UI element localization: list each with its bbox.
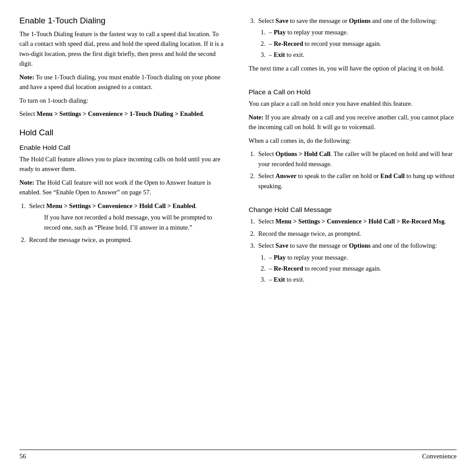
ch-bullet-exit-text: to exit. xyxy=(285,276,305,283)
step1-end: . xyxy=(195,202,197,209)
ch-bullet-rerecord: Re-Record to record your message again. xyxy=(267,264,457,273)
step3-options: Options xyxy=(349,17,371,24)
bullet-rerecord-text: to record your message again. xyxy=(303,40,381,47)
ch-step3-options: Options xyxy=(349,242,371,249)
step3-bullets: Play to replay your message. Re-Record t… xyxy=(267,27,457,60)
ch-step1-bold: Menu > Settings > Convenience > Hold Cal… xyxy=(275,218,444,225)
pc-step2-bold1: Answer xyxy=(275,172,297,179)
ch-bullet-exit: Exit to exit. xyxy=(267,275,457,284)
continued-steps: Select Save to save the message or Optio… xyxy=(257,16,457,60)
step3-select: Select xyxy=(258,17,275,24)
step3-save: Save xyxy=(275,17,288,24)
when-call-label: When a call comes in, do the following: xyxy=(249,136,457,145)
1touch-note-label: Note: xyxy=(19,74,34,81)
pc-step1-select: Select xyxy=(258,150,275,157)
pc-step2-bold2: End Call xyxy=(380,172,405,179)
right-column: Select Save to save the message or Optio… xyxy=(245,16,457,445)
section-title-change-hold: Change Hold Call Message xyxy=(249,206,457,214)
step1-select: Select xyxy=(29,202,46,209)
followup-text: The next time a call comes in, you will … xyxy=(249,63,457,73)
step1-indent: If you have not recorded a hold message,… xyxy=(44,212,227,232)
ch-step3-after: and one of the following: xyxy=(371,242,437,249)
left-column: Enable 1-Touch Dialing The 1-Touch Diali… xyxy=(19,16,231,445)
step1-indent-text: If you have not recorded a hold message,… xyxy=(44,212,227,232)
pc-step2-select: Select xyxy=(258,172,275,179)
1touch-menu-end: . xyxy=(203,110,205,117)
holdcall-step1: Select Menu > Settings > Convenience > H… xyxy=(27,201,227,232)
1touch-menu-instruction: Select Menu > Settings > Convenience > 1… xyxy=(19,109,227,119)
place-call-step1: Select Options > Hold Call. The caller w… xyxy=(257,149,457,169)
section-title-holdcall: Hold Call xyxy=(19,128,227,138)
ch-step3-save: Save xyxy=(275,242,288,249)
section-title-place-call: Place a Call on Hold xyxy=(249,88,457,96)
1touch-turnon-label: To turn on 1-touch dialing: xyxy=(19,96,227,105)
holdcall-step2: Record the message twice, as prompted. xyxy=(27,235,227,245)
1touch-note: Note: To use 1-Touch dialing, you must e… xyxy=(19,72,227,92)
place-call-para1: You can place a call on hold once you ha… xyxy=(249,99,457,108)
bullet-play-text: to replay your message. xyxy=(286,29,348,36)
section-title-1touch: Enable 1-Touch Dialing xyxy=(19,16,227,26)
place-call-note-text: If you are already on a call and you rec… xyxy=(249,114,454,130)
holdcall-enable-steps: Select Menu > Settings > Convenience > H… xyxy=(27,201,227,245)
pc-step1-bold: Options > Hold Call xyxy=(275,150,331,157)
ch-bullet-exit-label: Exit xyxy=(274,276,285,283)
step1-menu-path: Menu > Settings > Convenience > Hold Cal… xyxy=(46,202,195,209)
ch-step3-mid: to save the message or xyxy=(288,242,349,249)
step3-after: and one of the following: xyxy=(371,17,437,24)
place-call-note-label: Note: xyxy=(249,114,264,121)
1touch-para1: The 1-Touch Dialing feature is the faste… xyxy=(19,29,227,69)
footer-page-number: 56 xyxy=(19,453,26,460)
footer-bar: 56 Convenience xyxy=(19,450,457,460)
ch-bullet-play: Play to replay your message. xyxy=(267,253,457,262)
ch-step1-select: Select xyxy=(258,218,275,225)
1touch-menu-path: Menu > Settings > Convenience > 1-Touch … xyxy=(37,110,203,117)
change-step3: Select Save to save the message or Optio… xyxy=(257,241,457,285)
subsection-title-enable-holdcall: Enable Hold Call xyxy=(19,144,227,152)
1touch-menu-select: Select xyxy=(19,110,37,117)
ch-bullet-play-label: Play xyxy=(274,254,286,261)
change-hold-steps: Select Menu > Settings > Convenience > H… xyxy=(257,216,457,285)
holdcall-note-label: Note: xyxy=(19,179,34,186)
content-columns: Enable 1-Touch Dialing The 1-Touch Diali… xyxy=(19,16,457,445)
footer-section-label: Convenience xyxy=(422,453,457,460)
ch-step1-after: . xyxy=(445,218,446,225)
step3-bullet-rerecord: Re-Record to record your message again. xyxy=(267,39,457,48)
ch-step2-text: Record the message twice, as prompted. xyxy=(258,230,361,237)
step3-bullet-exit: Exit to exit. xyxy=(267,50,457,60)
ch-step3-select: Select xyxy=(258,242,275,249)
change-step1: Select Menu > Settings > Convenience > H… xyxy=(257,216,457,226)
bullet-exit-text: to exit. xyxy=(285,51,305,58)
change-step2: Record the message twice, as prompted. xyxy=(257,229,457,238)
page: Enable 1-Touch Dialing The 1-Touch Diali… xyxy=(0,0,476,476)
holdcall-note-text: The Hold Call feature will not work if t… xyxy=(19,179,211,196)
ch-bullet-rerecord-text: to record your message again. xyxy=(303,265,381,272)
holdcall-para1: The Hold Call feature allows you to plac… xyxy=(19,154,227,174)
bullet-play-label: Play xyxy=(274,29,286,36)
ch-bullet-play-text: to replay your message. xyxy=(286,254,348,261)
right-step3: Select Save to save the message or Optio… xyxy=(257,16,457,60)
holdcall-note: Note: The Hold Call feature will not wor… xyxy=(19,178,227,197)
bullet-exit-label: Exit xyxy=(274,51,285,58)
pc-step2-mid: to speak to the caller on hold or xyxy=(297,172,380,179)
place-call-steps: Select Options > Hold Call. The caller w… xyxy=(257,149,457,191)
step2-text: Record the message twice, as prompted. xyxy=(29,236,132,243)
step3-bullet-play: Play to replay your message. xyxy=(267,27,457,37)
step3-mid: to save the message or xyxy=(288,17,349,24)
ch-bullet-rerecord-label: Re-Record xyxy=(274,265,303,272)
1touch-note-text: To use 1-Touch dialing, you must enable … xyxy=(19,74,220,90)
bullet-rerecord-label: Re-Record xyxy=(274,40,303,47)
place-call-note: Note: If you are already on a call and y… xyxy=(249,112,457,132)
place-call-step2: Select Answer to speak to the caller on … xyxy=(257,171,457,191)
change-step3-bullets: Play to replay your message. Re-Record t… xyxy=(267,253,457,285)
